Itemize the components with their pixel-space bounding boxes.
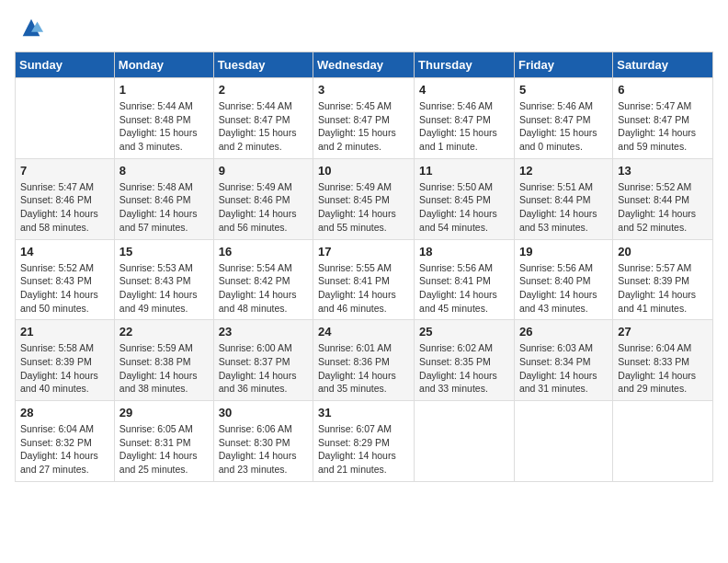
page-header (15, 15, 713, 40)
calendar-cell (16, 78, 115, 159)
calendar-cell: 18Sunrise: 5:56 AMSunset: 8:41 PMDayligh… (415, 239, 515, 320)
day-number: 4 (419, 83, 509, 97)
calendar-cell: 25Sunrise: 6:02 AMSunset: 8:35 PMDayligh… (415, 320, 515, 401)
day-info: Sunrise: 6:01 AMSunset: 8:36 PMDaylight:… (318, 341, 409, 396)
calendar-cell: 21Sunrise: 5:58 AMSunset: 8:39 PMDayligh… (16, 320, 115, 401)
day-number: 6 (618, 83, 708, 97)
calendar-cell: 28Sunrise: 6:04 AMSunset: 8:32 PMDayligh… (16, 401, 115, 482)
calendar-cell (415, 401, 515, 482)
calendar-cell: 4Sunrise: 5:46 AMSunset: 8:47 PMDaylight… (415, 78, 515, 159)
day-number: 23 (219, 325, 308, 339)
calendar-cell: 26Sunrise: 6:03 AMSunset: 8:34 PMDayligh… (514, 320, 612, 401)
day-number: 13 (618, 164, 708, 178)
day-number: 8 (119, 164, 209, 178)
day-info: Sunrise: 5:50 AMSunset: 8:45 PMDaylight:… (419, 180, 509, 235)
day-number: 29 (119, 406, 209, 419)
day-info: Sunrise: 5:56 AMSunset: 8:40 PMDaylight:… (519, 261, 608, 316)
day-info: Sunrise: 6:03 AMSunset: 8:34 PMDaylight:… (519, 341, 608, 396)
calendar-cell: 29Sunrise: 6:05 AMSunset: 8:31 PMDayligh… (114, 401, 213, 482)
day-info: Sunrise: 6:00 AMSunset: 8:37 PMDaylight:… (219, 341, 308, 396)
day-info: Sunrise: 5:54 AMSunset: 8:42 PMDaylight:… (219, 261, 308, 316)
day-info: Sunrise: 5:56 AMSunset: 8:41 PMDaylight:… (419, 261, 509, 316)
calendar-cell: 14Sunrise: 5:52 AMSunset: 8:43 PMDayligh… (16, 239, 115, 320)
calendar-cell: 5Sunrise: 5:46 AMSunset: 8:47 PMDaylight… (514, 78, 612, 159)
day-number: 22 (119, 325, 209, 339)
day-number: 28 (20, 406, 109, 419)
day-number: 10 (318, 164, 409, 178)
day-number: 14 (20, 245, 109, 259)
day-info: Sunrise: 5:55 AMSunset: 8:41 PMDaylight:… (318, 261, 409, 316)
calendar-cell (613, 401, 713, 482)
day-header-saturday: Saturday (613, 52, 713, 78)
day-info: Sunrise: 5:49 AMSunset: 8:46 PMDaylight:… (219, 180, 308, 235)
calendar-cell: 3Sunrise: 5:45 AMSunset: 8:47 PMDaylight… (313, 78, 415, 159)
day-info: Sunrise: 5:53 AMSunset: 8:43 PMDaylight:… (119, 261, 209, 316)
calendar-cell: 12Sunrise: 5:51 AMSunset: 8:44 PMDayligh… (514, 158, 612, 239)
calendar-table: SundayMondayTuesdayWednesdayThursdayFrid… (15, 52, 713, 482)
day-number: 5 (519, 83, 608, 97)
calendar-cell: 8Sunrise: 5:48 AMSunset: 8:46 PMDaylight… (114, 158, 213, 239)
calendar-cell: 11Sunrise: 5:50 AMSunset: 8:45 PMDayligh… (415, 158, 515, 239)
day-header-wednesday: Wednesday (313, 52, 415, 78)
calendar-cell: 10Sunrise: 5:49 AMSunset: 8:45 PMDayligh… (313, 158, 415, 239)
calendar-cell: 15Sunrise: 5:53 AMSunset: 8:43 PMDayligh… (114, 239, 213, 320)
day-info: Sunrise: 5:58 AMSunset: 8:39 PMDaylight:… (20, 341, 109, 396)
day-info: Sunrise: 5:52 AMSunset: 8:43 PMDaylight:… (20, 261, 109, 316)
day-info: Sunrise: 5:44 AMSunset: 8:47 PMDaylight:… (219, 99, 308, 154)
day-number: 18 (419, 245, 509, 259)
day-number: 31 (318, 406, 409, 419)
day-number: 27 (618, 325, 708, 339)
day-number: 19 (519, 245, 608, 259)
week-row-0: 1Sunrise: 5:44 AMSunset: 8:48 PMDaylight… (16, 78, 713, 159)
day-header-tuesday: Tuesday (213, 52, 313, 78)
day-number: 2 (219, 83, 308, 97)
day-info: Sunrise: 5:46 AMSunset: 8:47 PMDaylight:… (419, 99, 509, 154)
day-info: Sunrise: 6:02 AMSunset: 8:35 PMDaylight:… (419, 341, 509, 396)
day-info: Sunrise: 5:44 AMSunset: 8:48 PMDaylight:… (119, 99, 209, 154)
calendar-cell: 2Sunrise: 5:44 AMSunset: 8:47 PMDaylight… (213, 78, 313, 159)
calendar-cell: 20Sunrise: 5:57 AMSunset: 8:39 PMDayligh… (613, 239, 713, 320)
day-info: Sunrise: 5:49 AMSunset: 8:45 PMDaylight:… (318, 180, 409, 235)
day-number: 16 (219, 245, 308, 259)
day-header-sunday: Sunday (16, 52, 115, 78)
day-number: 21 (20, 325, 109, 339)
week-row-4: 28Sunrise: 6:04 AMSunset: 8:32 PMDayligh… (16, 401, 713, 482)
day-number: 11 (419, 164, 509, 178)
week-row-3: 21Sunrise: 5:58 AMSunset: 8:39 PMDayligh… (16, 320, 713, 401)
week-row-2: 14Sunrise: 5:52 AMSunset: 8:43 PMDayligh… (16, 239, 713, 320)
day-number: 3 (318, 83, 409, 97)
logo-icon (18, 15, 44, 40)
day-info: Sunrise: 5:48 AMSunset: 8:46 PMDaylight:… (119, 180, 209, 235)
calendar-cell: 22Sunrise: 5:59 AMSunset: 8:38 PMDayligh… (114, 320, 213, 401)
day-info: Sunrise: 5:52 AMSunset: 8:44 PMDaylight:… (618, 180, 708, 235)
day-number: 1 (119, 83, 209, 97)
calendar-cell: 6Sunrise: 5:47 AMSunset: 8:47 PMDaylight… (613, 78, 713, 159)
calendar-cell: 13Sunrise: 5:52 AMSunset: 8:44 PMDayligh… (613, 158, 713, 239)
week-row-1: 7Sunrise: 5:47 AMSunset: 8:46 PMDaylight… (16, 158, 713, 239)
calendar-cell: 27Sunrise: 6:04 AMSunset: 8:33 PMDayligh… (613, 320, 713, 401)
calendar-cell: 1Sunrise: 5:44 AMSunset: 8:48 PMDaylight… (114, 78, 213, 159)
calendar-cell: 23Sunrise: 6:00 AMSunset: 8:37 PMDayligh… (213, 320, 313, 401)
day-number: 17 (318, 245, 409, 259)
day-info: Sunrise: 5:57 AMSunset: 8:39 PMDaylight:… (618, 261, 708, 316)
day-number: 26 (519, 325, 608, 339)
day-header-thursday: Thursday (415, 52, 515, 78)
day-number: 12 (519, 164, 608, 178)
day-info: Sunrise: 6:04 AMSunset: 8:32 PMDaylight:… (20, 422, 109, 477)
day-info: Sunrise: 6:05 AMSunset: 8:31 PMDaylight:… (119, 422, 209, 477)
logo (15, 15, 44, 40)
day-number: 20 (618, 245, 708, 259)
calendar-cell: 30Sunrise: 6:06 AMSunset: 8:30 PMDayligh… (213, 401, 313, 482)
day-number: 9 (219, 164, 308, 178)
day-info: Sunrise: 5:59 AMSunset: 8:38 PMDaylight:… (119, 341, 209, 396)
day-number: 30 (219, 406, 308, 419)
day-info: Sunrise: 6:04 AMSunset: 8:33 PMDaylight:… (618, 341, 708, 396)
calendar-cell: 7Sunrise: 5:47 AMSunset: 8:46 PMDaylight… (16, 158, 115, 239)
calendar-cell: 16Sunrise: 5:54 AMSunset: 8:42 PMDayligh… (213, 239, 313, 320)
day-number: 25 (419, 325, 509, 339)
day-info: Sunrise: 5:47 AMSunset: 8:47 PMDaylight:… (618, 99, 708, 154)
calendar-cell: 9Sunrise: 5:49 AMSunset: 8:46 PMDaylight… (213, 158, 313, 239)
day-info: Sunrise: 5:46 AMSunset: 8:47 PMDaylight:… (519, 99, 608, 154)
calendar-cell (514, 401, 612, 482)
day-info: Sunrise: 5:47 AMSunset: 8:46 PMDaylight:… (20, 180, 109, 235)
